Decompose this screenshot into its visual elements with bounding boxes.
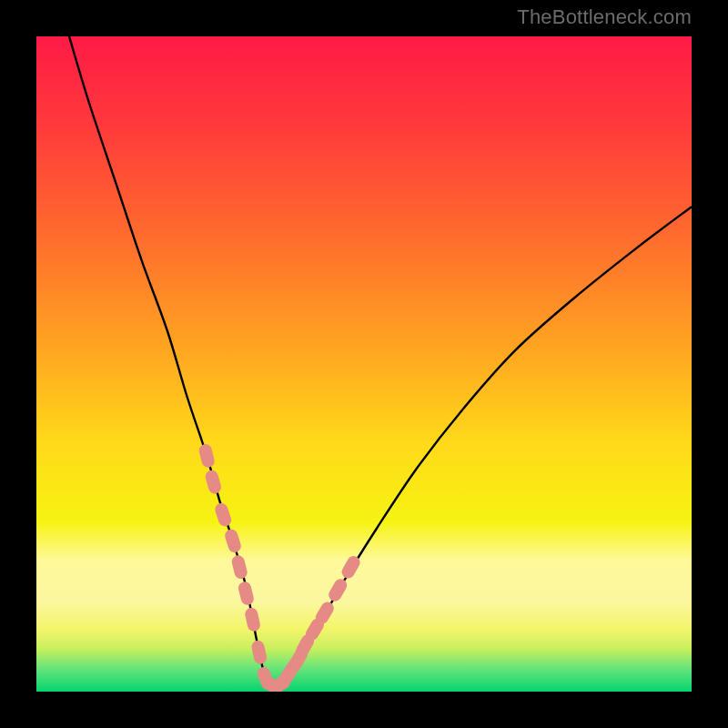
marker-pill bbox=[244, 607, 261, 632]
bottleneck-curve bbox=[69, 36, 692, 686]
marker-group bbox=[197, 442, 362, 692]
marker-pill bbox=[327, 577, 349, 604]
marker-pill bbox=[204, 469, 222, 495]
marker-pill bbox=[230, 554, 248, 581]
plot-area bbox=[36, 36, 692, 692]
marker-pill bbox=[237, 581, 255, 607]
chart-frame: TheBottleneck.com bbox=[0, 0, 728, 728]
watermark-text: TheBottleneck.com bbox=[517, 5, 692, 29]
chart-svg bbox=[36, 36, 692, 692]
marker-pill bbox=[213, 501, 233, 528]
marker-pill bbox=[223, 528, 242, 554]
marker-pill bbox=[250, 640, 268, 665]
marker-pill bbox=[197, 442, 216, 469]
